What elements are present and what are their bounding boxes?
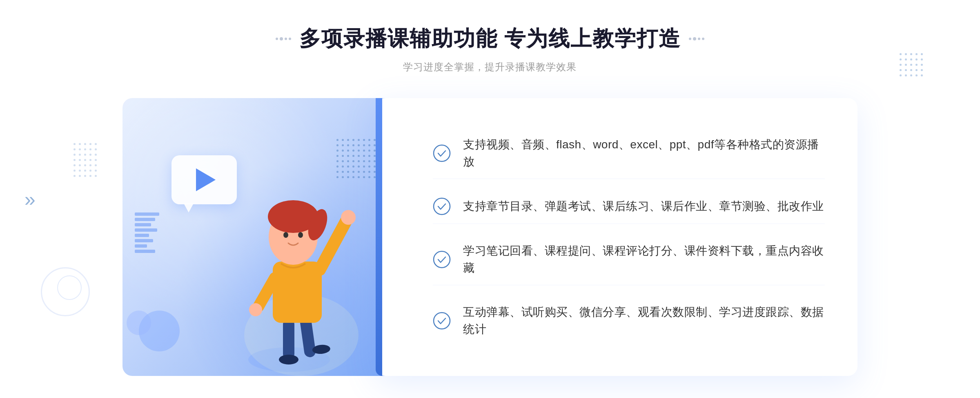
feature-item-2: 支持章节目录、弹题考试、课后练习、课后作业、章节测验、批改作业 — [433, 189, 825, 224]
deco-stripe — [135, 212, 159, 253]
svg-rect-2 — [283, 319, 294, 360]
title-row: 多项录播课辅助功能 专为线上教学打造 — [276, 25, 704, 53]
svg-point-17 — [434, 145, 450, 161]
play-icon — [196, 168, 216, 191]
feature-text-3: 学习笔记回看、课程提问、课程评论打分、课件资料下载，重点内容收藏 — [463, 242, 825, 277]
content-area: 支持视频、音频、flash、word、excel、ppt、pdf等各种格式的资源… — [122, 98, 858, 376]
svg-point-20 — [434, 313, 450, 329]
svg-point-4 — [279, 355, 298, 364]
outer-dots-left — [74, 143, 97, 177]
outer-dots-right — [900, 53, 923, 76]
features-sidebar-accent — [376, 98, 382, 376]
illustration-panel — [122, 98, 400, 376]
deco-circle-2 — [127, 311, 151, 335]
check-icon-4 — [433, 312, 451, 330]
svg-point-18 — [434, 198, 450, 215]
page-container: » 多项录播课辅助功能 专为线上教学打造 学习进度全掌握，提升录播课教学效果 — [0, 0, 980, 398]
feature-text-2: 支持章节目录、弹题考试、课后练习、课后作业、章节测验、批改作业 — [463, 198, 824, 215]
check-icon-3 — [433, 250, 451, 268]
svg-point-19 — [434, 251, 450, 268]
character-figure — [220, 172, 359, 376]
check-icon-2 — [433, 197, 451, 215]
feature-text-1: 支持视频、音频、flash、word、excel、ppt、pdf等各种格式的资源… — [463, 136, 825, 170]
svg-point-10 — [249, 303, 262, 316]
title-decoration-left — [276, 37, 291, 40]
header-section: 多项录播课辅助功能 专为线上教学打造 学习进度全掌握，提升录播课教学效果 — [276, 25, 704, 74]
features-panel: 支持视频、音频、flash、word、excel、ppt、pdf等各种格式的资源… — [376, 98, 858, 376]
subtitle: 学习进度全掌握，提升录播课教学效果 — [276, 60, 704, 74]
feature-text-4: 互动弹幕、试听购买、微信分享、观看次数限制、学习进度跟踪、数据统计 — [463, 304, 825, 338]
title-decoration-right — [689, 37, 704, 40]
feature-item-3: 学习笔记回看、课程提问、课程评论打分、课件资料下载，重点内容收藏 — [433, 234, 825, 285]
feature-item-4: 互动弹幕、试听购买、微信分享、观看次数限制、学习进度跟踪、数据统计 — [433, 295, 825, 346]
main-title: 多项录播课辅助功能 专为线上教学打造 — [299, 25, 681, 53]
svg-point-16 — [298, 232, 303, 238]
check-icon-1 — [433, 144, 451, 162]
svg-point-8 — [341, 210, 356, 225]
feature-item-1: 支持视频、音频、flash、word、excel、ppt、pdf等各种格式的资源… — [433, 128, 825, 179]
svg-point-15 — [283, 232, 288, 238]
outer-circle-2 — [57, 275, 82, 300]
chevron-left-icon: » — [24, 188, 36, 210]
